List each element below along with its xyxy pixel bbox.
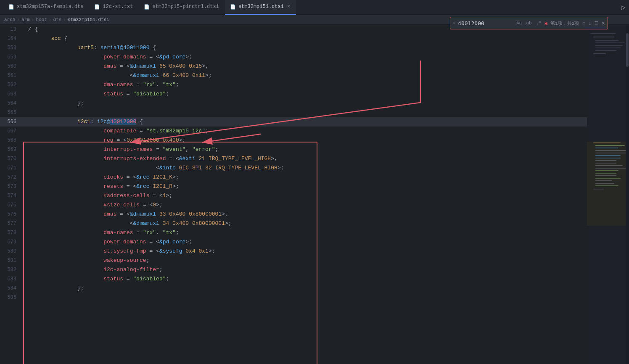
search-regex[interactable]: .*: [535, 20, 543, 26]
search-star-icon: ✱: [544, 20, 548, 27]
table-row: 571 <&intc GIC_SPI 32 IRQ_TYPE_LEVEL_HIG…: [0, 164, 587, 173]
breadcrumb-arch[interactable]: arch: [4, 17, 15, 22]
table-row: 562 dma-names = "rx", "tx";: [0, 80, 587, 90]
svg-rect-33: [626, 33, 629, 67]
svg-rect-9: [595, 47, 621, 48]
svg-rect-6: [595, 40, 618, 41]
breadcrumb-boot[interactable]: boot: [36, 17, 47, 22]
line-content: st,syscfg-fmp = <&syscfg 0x4 0x1>;: [23, 247, 587, 256]
tab-close-button[interactable]: ×: [286, 3, 291, 11]
svg-rect-30: [595, 185, 618, 186]
tab-stm32mp157a[interactable]: 📄 stm32mp157a-fsmp1a.dts: [3, 0, 88, 15]
search-navigation: ↑ ↓ ≡: [581, 19, 599, 27]
line-content: <&intc GIC_SPI 32 IRQ_TYPE_LEVEL_HIGH>;: [23, 164, 587, 173]
table-row: 564 };: [0, 99, 587, 108]
breadcrumb-file: stm32mp151.dtsi: [68, 17, 109, 22]
line-content: i2c1: i2c@40012000 {: [23, 117, 587, 127]
svg-rect-26: [595, 175, 616, 176]
search-prev-button[interactable]: ↑: [581, 20, 586, 26]
table-row: 572 clocks = <&rcc I2C1_K>;: [0, 173, 587, 182]
breadcrumb-dts[interactable]: dts: [53, 17, 61, 22]
line-number: 577: [0, 219, 23, 228]
line-number: 572: [0, 173, 23, 182]
line-content: power-domains = <&pd_core>;: [23, 53, 587, 62]
file-icon: 📄: [144, 4, 150, 10]
table-row: 583 status = "disabled";: [0, 274, 587, 284]
line-number: 571: [0, 164, 23, 173]
svg-rect-8: [595, 45, 623, 46]
line-content: uart5: serial@40011000 {: [23, 43, 587, 53]
line-content: i2c-analog-filter;: [23, 265, 587, 274]
minimap-svg: [587, 25, 629, 364]
table-row: 567 compatible = "st,stm32mp15-i2c";: [0, 127, 587, 136]
table-row: 579 power-domains = <&pd_core>;: [0, 237, 587, 247]
search-whole-word[interactable]: ab: [525, 20, 533, 26]
line-content: interrupts-extended = <&exti 21 IRQ_TYPE…: [23, 154, 587, 164]
svg-rect-32: [626, 25, 629, 364]
tab-i2c-st[interactable]: 📄 i2c-st.txt: [89, 0, 138, 15]
search-menu-button[interactable]: ≡: [593, 19, 599, 27]
svg-rect-5: [593, 37, 614, 37]
search-case-sensitive[interactable]: Aa: [515, 20, 523, 26]
run-button[interactable]: ▷: [621, 3, 626, 12]
line-number: 564: [0, 99, 23, 108]
svg-rect-29: [595, 183, 614, 184]
line-content: [23, 108, 587, 117]
table-row: 574 #address-cells = <1>;: [0, 191, 587, 200]
search-options: Aa ab .* ✱: [515, 20, 548, 27]
table-row: 575 #size-cells = <0>;: [0, 200, 587, 210]
line-content: resets = <&rcc I2C1_R>;: [23, 182, 587, 191]
search-next-button[interactable]: ↓: [587, 20, 592, 26]
breadcrumb-arm[interactable]: arm: [21, 17, 30, 22]
table-row: 570 interrupts-extended = <&exti 21 IRQ_…: [0, 154, 587, 164]
line-content: };: [23, 99, 587, 108]
table-row: 565: [0, 108, 587, 117]
table-row: 581 wakeup-source;: [0, 256, 587, 265]
tab-label: stm32mp151.dtsi: [238, 4, 284, 10]
editor-area: 13 / { 164 soc { 553 uart5: serial@40011…: [0, 25, 629, 364]
line-number: 563: [0, 90, 23, 99]
svg-rect-21: [595, 163, 616, 164]
svg-rect-25: [595, 173, 616, 174]
line-content: [23, 293, 587, 302]
line-content: power-domains = <&pd_core>;: [23, 237, 587, 247]
breadcrumb-sep: ›: [32, 17, 34, 22]
table-row: 561 <&dmamux1 66 0x400 0x11>;: [0, 71, 587, 80]
breadcrumb-sep: ›: [17, 17, 20, 22]
line-content: status = "disabled";: [23, 274, 587, 284]
line-number: 164: [0, 34, 23, 43]
search-expand-icon[interactable]: ›: [453, 21, 456, 26]
breadcrumb-sep: ›: [49, 17, 52, 22]
line-content: <&dmamux1 34 0x400 0x80000001>;: [23, 219, 587, 228]
tab-stm32mp15-pinctrl[interactable]: 📄 stm32mp15-pinctrl.dtsi: [139, 0, 224, 15]
file-icon: 📄: [230, 4, 236, 10]
tab-stm32mp151[interactable]: 📄 stm32mp151.dtsi ×: [225, 0, 296, 15]
table-row: 573 resets = <&rcc I2C1_R>;: [0, 182, 587, 191]
file-icon: 📄: [94, 4, 100, 10]
svg-rect-17: [595, 153, 629, 153]
line-number: 579: [0, 237, 23, 247]
code-editor[interactable]: 13 / { 164 soc { 553 uart5: serial@40011…: [0, 25, 587, 364]
search-input[interactable]: [458, 20, 513, 26]
line-number: 575: [0, 200, 23, 210]
line-number: 567: [0, 127, 23, 136]
svg-rect-11: [593, 53, 606, 54]
table-row: 568 reg = <0x40012000 0x400>;: [0, 136, 587, 145]
line-content: dma-names = "rx", "tx";: [23, 80, 587, 90]
line-number: 569: [0, 145, 23, 154]
line-number: 584: [0, 284, 23, 293]
table-row: 566 i2c1: i2c@40012000 {: [0, 117, 587, 127]
svg-rect-7: [595, 42, 625, 43]
table-row: 580 st,syscfg-fmp = <&syscfg 0x4 0x1>;: [0, 247, 587, 256]
line-content: soc {: [23, 34, 587, 43]
search-close-button[interactable]: ×: [602, 20, 605, 26]
tab-label: i2c-st.txt: [103, 4, 133, 10]
svg-rect-19: [595, 158, 621, 158]
line-number: 565: [0, 108, 23, 117]
tab-label: stm32mp15-pinctrl.dtsi: [152, 4, 219, 10]
line-content: interrupt-names = "event", "error";: [23, 145, 587, 154]
line-number: 581: [0, 256, 23, 265]
svg-rect-14: [595, 145, 625, 146]
line-number: 566: [0, 117, 23, 127]
svg-rect-4: [590, 33, 616, 34]
